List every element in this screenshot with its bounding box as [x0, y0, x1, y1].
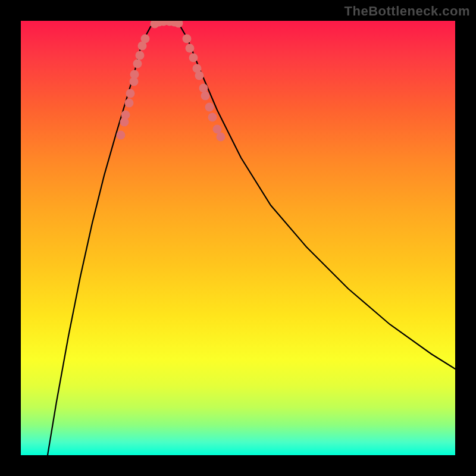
scatter-dot [126, 89, 135, 98]
watermark-text: TheBottleneck.com [345, 4, 470, 19]
scatter-group [117, 21, 226, 142]
scatter-dot [195, 71, 204, 80]
scatter-dot [183, 35, 192, 43]
scatter-dot [205, 103, 214, 112]
plot-area [21, 21, 455, 455]
chart-svg [21, 21, 455, 455]
scatter-dot [121, 111, 130, 120]
scatter-dot [174, 21, 183, 28]
chart-frame: TheBottleneck.com [0, 0, 476, 476]
scatter-dot [141, 35, 150, 43]
scatter-dot [213, 125, 222, 134]
scatter-dot [136, 51, 145, 60]
scatter-dot [117, 131, 126, 140]
scatter-dot [125, 99, 134, 108]
scatter-dot [189, 54, 198, 62]
scatter-dot [208, 113, 217, 122]
scatter-dot [199, 84, 208, 93]
scatter-dot [133, 60, 142, 68]
scatter-dot [130, 70, 139, 79]
scatter-dot [217, 133, 226, 142]
scatter-dot [201, 92, 210, 101]
curve-left-arm [48, 23, 155, 455]
scatter-dot [186, 44, 195, 53]
curve-right-arm [178, 23, 455, 369]
